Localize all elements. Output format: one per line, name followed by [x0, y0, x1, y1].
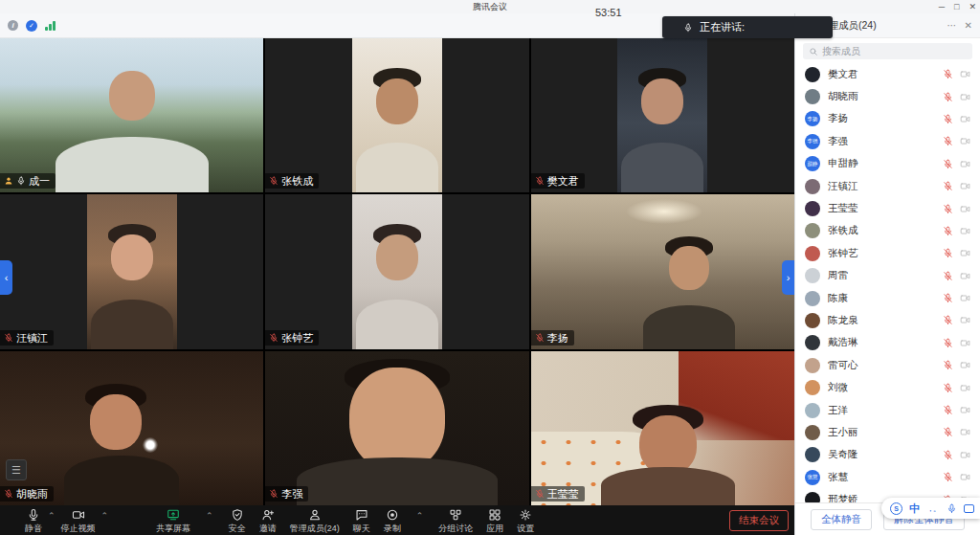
toolbar-item-share-screen[interactable]: 共享屏幕: [156, 505, 190, 535]
camera-off-icon[interactable]: [960, 204, 970, 214]
toolbar-item-breakout[interactable]: 分组讨论: [438, 505, 473, 535]
muted-mic-icon[interactable]: [943, 293, 953, 303]
search-input[interactable]: [822, 46, 967, 56]
camera-off-icon[interactable]: [960, 159, 970, 169]
panel-more-icon[interactable]: ⋯: [947, 20, 957, 31]
layout-switch-button[interactable]: ☰: [6, 459, 27, 480]
ime-mode-label[interactable]: 中: [909, 502, 920, 516]
camera-off-icon[interactable]: [960, 92, 970, 102]
ime-logo-icon[interactable]: S: [890, 502, 902, 515]
camera-off-icon[interactable]: [960, 293, 970, 303]
muted-mic-icon[interactable]: [943, 315, 953, 325]
member-list-item[interactable]: 张钟艺: [795, 242, 980, 264]
ime-mic-icon[interactable]: [947, 503, 957, 514]
chevron-up-icon[interactable]: ⌃: [414, 505, 426, 521]
video-tile[interactable]: 张钟艺: [265, 194, 528, 348]
member-list-item[interactable]: 王小丽: [795, 421, 980, 443]
next-page-arrow[interactable]: ›: [782, 260, 794, 295]
network-signal-icon[interactable]: [45, 20, 56, 31]
member-list-item[interactable]: 甜静 申甜静: [795, 153, 980, 175]
toolbar-item-microphone[interactable]: 静音: [25, 505, 42, 535]
video-tile[interactable]: 樊文君: [531, 38, 794, 192]
member-list-item[interactable]: 陈龙泉: [795, 309, 980, 331]
member-list-item[interactable]: 雷可心: [795, 354, 980, 376]
member-list-item[interactable]: 胡晓雨: [795, 85, 980, 107]
ime-punctuation-icon[interactable]: ，。: [926, 503, 940, 514]
video-tile[interactable]: 汪镇江: [0, 194, 263, 348]
camera-off-icon[interactable]: [960, 383, 970, 393]
camera-off-icon[interactable]: [960, 360, 970, 370]
toolbar-item-chat[interactable]: 聊天: [353, 505, 370, 535]
camera-off-icon[interactable]: [960, 271, 970, 281]
video-tile[interactable]: 王莹莹: [531, 351, 794, 505]
muted-mic-icon[interactable]: [943, 450, 953, 460]
member-list-item[interactable]: 吴奇隆: [795, 444, 980, 466]
member-list-item[interactable]: 王莹莹: [795, 197, 980, 219]
member-list-item[interactable]: 刘微: [795, 376, 980, 398]
camera-off-icon[interactable]: [960, 450, 970, 460]
prev-page-arrow[interactable]: ‹: [0, 260, 12, 295]
toolbar-item-record[interactable]: 录制: [384, 505, 401, 535]
toolbar-item-apps[interactable]: 应用: [486, 505, 503, 535]
mute-all-button[interactable]: 全体静音: [811, 509, 872, 530]
toolbar-item-members[interactable]: 管理成员(24): [290, 505, 340, 535]
muted-mic-icon[interactable]: [943, 405, 953, 415]
video-tile[interactable]: 张铁成: [265, 38, 528, 192]
camera-off-icon[interactable]: [960, 114, 970, 124]
camera-off-icon[interactable]: [960, 181, 970, 191]
minimize-button[interactable]: ─: [939, 0, 945, 13]
member-list-item[interactable]: 王洋: [795, 399, 980, 421]
close-button[interactable]: ✕: [969, 0, 976, 13]
muted-mic-icon[interactable]: [943, 92, 953, 102]
camera-off-icon[interactable]: [960, 405, 970, 415]
camera-off-icon[interactable]: [960, 248, 970, 258]
member-list-item[interactable]: 张铁成: [795, 220, 980, 242]
info-icon[interactable]: i: [8, 20, 18, 31]
camera-off-icon[interactable]: [960, 226, 970, 236]
muted-mic-icon[interactable]: [943, 226, 953, 236]
camera-off-icon[interactable]: [960, 315, 970, 325]
member-list-item[interactable]: 汪镇江: [795, 175, 980, 197]
member-search-box[interactable]: [803, 43, 972, 59]
muted-mic-icon[interactable]: [943, 427, 953, 437]
toolbar-item-settings[interactable]: 设置: [517, 505, 534, 535]
video-tile[interactable]: 成一: [0, 38, 263, 192]
toolbar-item-shield[interactable]: 安全: [229, 505, 246, 535]
end-meeting-button[interactable]: 结束会议: [729, 510, 789, 531]
muted-mic-icon[interactable]: [943, 360, 953, 370]
muted-mic-icon[interactable]: [943, 136, 953, 146]
chevron-up-icon[interactable]: ⌃: [204, 505, 215, 521]
toolbar-item-invite[interactable]: 邀请: [259, 505, 277, 535]
muted-mic-icon[interactable]: [943, 248, 953, 258]
member-list-item[interactable]: 李扬 李扬: [795, 108, 980, 130]
camera-off-icon[interactable]: [960, 472, 970, 482]
camera-off-icon[interactable]: [960, 69, 970, 79]
maximize-button[interactable]: □: [954, 0, 959, 13]
camera-off-icon[interactable]: [960, 136, 970, 146]
muted-mic-icon[interactable]: [943, 69, 953, 79]
toolbar-item-camera[interactable]: 停止视频: [61, 505, 96, 535]
member-list-item[interactable]: 戴浩琳: [795, 332, 980, 354]
muted-mic-icon[interactable]: [943, 181, 953, 191]
muted-mic-icon[interactable]: [943, 271, 953, 281]
muted-mic-icon[interactable]: [943, 472, 953, 482]
ime-toolbox-icon[interactable]: [964, 504, 974, 513]
member-list-item[interactable]: 周雷: [795, 265, 980, 287]
camera-off-icon[interactable]: [960, 338, 970, 348]
member-list-item[interactable]: 陈康: [795, 287, 980, 309]
muted-mic-icon[interactable]: [943, 114, 953, 124]
member-list-item[interactable]: 樊文君: [795, 63, 980, 85]
chevron-up-icon[interactable]: ⌃: [46, 505, 57, 521]
video-tile[interactable]: 李扬: [531, 194, 794, 348]
muted-mic-icon[interactable]: [943, 159, 953, 169]
panel-close-icon[interactable]: ✕: [965, 20, 972, 31]
video-tile[interactable]: 胡晓雨: [0, 351, 263, 505]
chevron-up-icon[interactable]: ⌃: [100, 505, 111, 521]
video-tile[interactable]: 李强: [265, 351, 528, 505]
muted-mic-icon[interactable]: [943, 383, 953, 393]
muted-mic-icon[interactable]: [943, 338, 953, 348]
member-list-item[interactable]: 张慧 张慧: [795, 466, 980, 488]
member-list-item[interactable]: 李强 李强: [795, 130, 980, 152]
camera-off-icon[interactable]: [960, 427, 970, 437]
muted-mic-icon[interactable]: [943, 204, 953, 214]
